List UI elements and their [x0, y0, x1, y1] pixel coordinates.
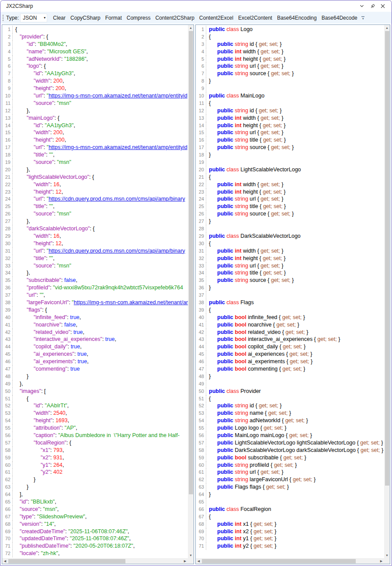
scroll-up-icon[interactable]: ▲ — [188, 25, 194, 31]
code-token: bool — [235, 322, 248, 328]
code-token: "x1" — [41, 447, 50, 453]
type-select-value: JSON — [23, 15, 44, 21]
code-token: public — [217, 358, 235, 365]
scroll-up-icon[interactable]: ▲ — [384, 25, 390, 31]
code-token: : — [50, 78, 53, 84]
code-token: "width" — [34, 233, 50, 239]
type-select[interactable]: JSON ▾ — [20, 14, 47, 22]
code-token: height { — [243, 122, 263, 128]
code-token: , — [53, 255, 54, 261]
code-token: , — [76, 425, 77, 431]
code-token: : — [50, 447, 53, 453]
vertical-scrollbar[interactable]: ▲ ▼ — [384, 25, 390, 558]
code-line: 11"source": "msn" — [2, 100, 188, 107]
horizontal-scroll-thumb[interactable] — [202, 559, 356, 563]
line-number: 48 — [196, 373, 206, 380]
code-line: 23public int height { get; set; } — [196, 188, 384, 196]
code-token: } — [309, 351, 312, 357]
code-token: string — [235, 108, 250, 114]
url-link[interactable]: https://img-s-msn-com.akamaized.net/tena… — [49, 144, 187, 150]
code-token: get; set; — [268, 410, 288, 416]
code-line: 12}, — [2, 107, 188, 115]
line-number: 58 — [196, 447, 206, 454]
code-token: } — [305, 417, 308, 424]
line-number: 54 — [2, 417, 13, 424]
line-number: 11 — [2, 100, 13, 107]
toolbar-button-excel2content[interactable]: Excel2Content — [236, 14, 274, 22]
code-token: get; set; — [259, 403, 278, 409]
scroll-left-icon[interactable]: ◀ — [2, 558, 8, 564]
line-number: 46 — [196, 358, 206, 365]
toolbar-button-copycsharp[interactable]: CopyCSharp — [68, 14, 103, 22]
toolbar-overflow-button[interactable]: ▾ — [361, 16, 365, 20]
code-token: int — [235, 521, 243, 527]
code-token: , — [87, 56, 88, 62]
horizontal-scrollbar[interactable]: ◀ ▶ — [2, 558, 188, 564]
code-token: public — [217, 115, 235, 121]
code-line: 24public string url { get; set; } — [196, 195, 384, 203]
code-token: "AAbIrTt" — [45, 403, 67, 409]
code-token: "source" — [34, 263, 54, 269]
toolbar-button-content2excel[interactable]: Content2Excel — [197, 14, 236, 22]
url-link[interactable]: https://cdn.query.prod.cms.msn.com/cms/a… — [49, 196, 185, 202]
toolbar-button-format[interactable]: Format — [103, 14, 124, 22]
toolbar-grip[interactable] — [2, 14, 4, 21]
code-token: string — [235, 63, 250, 69]
code-line: 1public class Logo — [196, 26, 384, 33]
code-token: : — [61, 322, 64, 328]
code-token: 200 — [53, 78, 62, 84]
code-token: "infinite_feed" — [34, 314, 67, 320]
csharp-output-editor[interactable]: 1public class Logo2{3public string id { … — [195, 24, 390, 564]
line-number: 22 — [196, 181, 206, 188]
horizontal-scroll-thumb[interactable] — [8, 559, 125, 563]
toolbar-button-base64encoding[interactable]: Base64Encoding — [275, 14, 319, 22]
line-number: 68 — [196, 521, 206, 528]
toolbar-button-content2csharp[interactable]: Content2CSharp — [153, 14, 196, 22]
close-icon[interactable] — [378, 2, 388, 10]
json-code-area[interactable]: 1{2"provider": {3"id": "BB40Mo2",4"name"… — [2, 25, 188, 558]
scroll-down-icon[interactable]: ▼ — [188, 552, 194, 558]
code-line: 7public string source { get; set; } — [196, 70, 384, 77]
scroll-right-icon[interactable]: ▶ — [378, 558, 384, 564]
vertical-scroll-thumb[interactable] — [385, 31, 389, 486]
chevron-down-icon[interactable] — [357, 2, 367, 10]
url-link[interactable]: https://img-s-msn-com.akamaized.net/tena… — [49, 93, 187, 99]
code-token: "createdDateTime" — [20, 528, 65, 535]
code-token: get; set; — [264, 425, 283, 431]
scroll-down-icon[interactable]: ▼ — [384, 552, 390, 558]
code-token: y2 { — [243, 543, 253, 549]
vertical-scrollbar[interactable]: ▲ ▼ — [188, 25, 194, 558]
toolbar-button-compress[interactable]: Compress — [125, 14, 153, 22]
code-line: 49}, — [2, 380, 188, 388]
code-token: : — [52, 137, 56, 143]
code-token: Flags flags { — [235, 484, 266, 490]
code-token: } — [380, 447, 383, 453]
toolbar-button-base64decode[interactable]: Base64Decode — [319, 14, 360, 22]
json-input-editor[interactable]: 1{2"provider": {3"id": "BB40Mo2",4"name"… — [2, 24, 194, 564]
code-line: 65"id": "BBLlkxb", — [2, 498, 188, 506]
scroll-left-icon[interactable]: ◀ — [196, 558, 201, 564]
line-number: 29 — [196, 233, 206, 240]
code-token: } — [278, 41, 282, 47]
code-token: width { — [243, 115, 260, 121]
line-number: 62 — [2, 476, 13, 483]
code-token: : — [28, 499, 31, 505]
csharp-code-area[interactable]: 1public class Logo2{3public string id { … — [196, 25, 384, 558]
code-token: get; set; — [260, 115, 280, 121]
chevron-down-icon: ▾ — [362, 17, 364, 20]
code-token: , — [53, 203, 54, 209]
url-link[interactable]: https://cdn.query.prod.cms.msn.com/cms/a… — [49, 248, 185, 254]
code-token: }, — [20, 381, 23, 387]
code-line: 26"source": "msn" — [2, 210, 188, 218]
code-line: 27} — [196, 218, 384, 225]
code-token: Flags — [240, 299, 254, 306]
code-token: url { — [250, 196, 260, 202]
url-link[interactable]: https://img-s-msn-com.akamaized.net/tena… — [74, 299, 188, 306]
scroll-right-icon[interactable]: ▶ — [182, 558, 188, 564]
code-line: 37"url": "", — [2, 292, 188, 299]
vertical-scroll-thumb[interactable] — [189, 31, 193, 494]
horizontal-scrollbar[interactable]: ◀ ▶ — [196, 558, 384, 564]
pin-icon[interactable] — [367, 2, 378, 10]
toolbar-button-clear[interactable]: Clear — [51, 14, 68, 22]
code-token: , — [65, 85, 66, 91]
